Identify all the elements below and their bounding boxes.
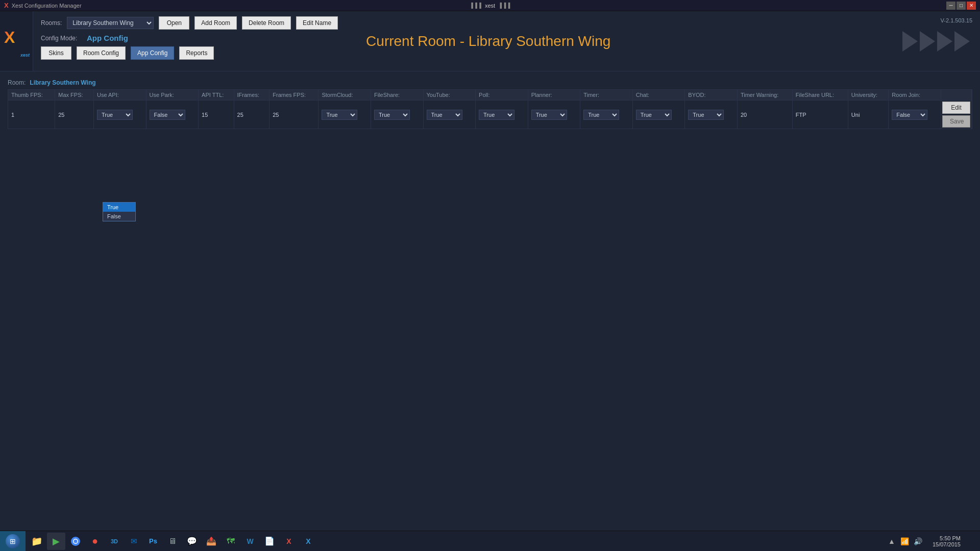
edit-name-button[interactable]: Edit Name <box>296 16 338 30</box>
tray-icon-1[interactable]: ▲ <box>887 536 897 546</box>
td-university: Uni <box>848 101 889 129</box>
taskbar-media[interactable]: ▶ <box>47 533 65 550</box>
skins-button[interactable]: Skins <box>41 46 71 60</box>
title-area: Current Room - Library Southern Wing <box>346 11 980 71</box>
current-room-title: Current Room - Library Southern Wing <box>366 33 610 49</box>
use-api-select[interactable]: True False <box>97 110 133 120</box>
windows-orb: ⊞ <box>6 534 20 548</box>
th-poll: Poll: <box>476 90 528 101</box>
config-mode-value: App Config <box>87 34 128 42</box>
open-button[interactable]: Open <box>159 16 189 30</box>
td-byod[interactable]: TrueFalse <box>685 101 738 129</box>
grip-left: ▐▐▐ <box>470 3 482 8</box>
triangle-4 <box>954 31 970 52</box>
th-fileshare: FileShare: <box>371 90 423 101</box>
save-button[interactable]: Save <box>942 115 970 128</box>
dropdown-option-true[interactable]: True <box>103 203 135 212</box>
youtube-select[interactable]: TrueFalse <box>427 110 462 120</box>
table-header-row: Thumb FPS: Max FPS: Use API: Use Park: A… <box>8 90 972 101</box>
td-youtube[interactable]: TrueFalse <box>423 101 476 129</box>
td-poll[interactable]: TrueFalse <box>476 101 528 129</box>
room-config-button[interactable]: Room Config <box>77 46 126 60</box>
taskbar-red-app[interactable]: ● <box>86 533 104 550</box>
td-timer[interactable]: TrueFalse <box>580 101 633 129</box>
taskbar-explorer[interactable]: 📁 <box>28 533 46 550</box>
byod-select[interactable]: TrueFalse <box>688 110 724 120</box>
fileshare-select[interactable]: TrueFalse <box>374 110 410 120</box>
td-action-buttons: Edit Save <box>941 101 972 129</box>
th-actions <box>941 90 972 101</box>
th-thumb-fps: Thumb FPS: <box>8 90 55 101</box>
th-timer-warning: Timer Warning: <box>737 90 792 101</box>
td-use-park[interactable]: False True <box>146 101 199 129</box>
config-mode-label: Config Mode: <box>41 35 82 42</box>
td-planner[interactable]: TrueFalse <box>528 101 580 129</box>
th-byod: BYOD: <box>685 90 738 101</box>
td-timer-warning: 20 <box>737 101 792 129</box>
taskbar-xest2[interactable]: X <box>299 533 317 550</box>
logo-xest-label: xest <box>20 53 30 58</box>
xest-logo: X xest <box>4 29 29 54</box>
taskbar-acrobat[interactable]: 📄 <box>260 533 279 550</box>
taskbar-xest1[interactable]: X <box>280 533 298 550</box>
decorative-triangles <box>902 31 970 52</box>
td-use-api[interactable]: True False <box>93 101 146 129</box>
poll-select[interactable]: TrueFalse <box>479 110 514 120</box>
td-room-join[interactable]: FalseTrue <box>889 101 941 129</box>
taskbar-skype[interactable]: 💬 <box>183 533 201 550</box>
minimize-button[interactable]: ─ <box>946 2 955 10</box>
logo-x-letter: X <box>4 29 29 45</box>
td-api-ttl: 15 <box>199 101 234 129</box>
th-iframes: IFrames: <box>234 90 270 101</box>
add-room-button[interactable]: Add Room <box>194 16 237 30</box>
window-controls: ─ □ ✕ <box>946 2 976 10</box>
tray-network[interactable]: 📶 <box>900 536 910 546</box>
main-content: Room: Library Southern Wing Thumb FPS: M… <box>0 71 980 531</box>
show-desktop-button[interactable] <box>965 531 980 552</box>
title-bar: X Xest Configuration Manager ▐▐▐ xest ▐▐… <box>0 0 980 11</box>
clock-area[interactable]: 5:50 PM 15/07/2015 <box>928 535 965 547</box>
taskbar-photoshop[interactable]: Ps <box>144 533 162 550</box>
taskbar-maps[interactable]: 🗺 <box>222 533 240 550</box>
grip-right: ▐▐▐ <box>498 3 510 8</box>
dropdown-option-false[interactable]: False <box>103 212 135 221</box>
taskbar-monitor[interactable]: 🖥 <box>163 533 182 550</box>
th-frames-fps: Frames FPS: <box>270 90 318 101</box>
taskbar-filezilla[interactable]: 📤 <box>202 533 220 550</box>
data-table-wrapper: Thumb FPS: Max FPS: Use API: Use Park: A… <box>8 89 972 129</box>
rooms-label: Rooms: <box>41 19 62 27</box>
taskbar-items: 📁 ▶ ● 3D ✉ Ps 🖥 💬 📤 🗺 W 📄 X X <box>26 533 881 550</box>
maximize-button[interactable]: □ <box>957 2 966 10</box>
use-park-select[interactable]: False True <box>150 110 185 120</box>
timer-select[interactable]: TrueFalse <box>583 110 619 120</box>
td-fileshare[interactable]: TrueFalse <box>371 101 423 129</box>
th-max-fps: Max FPS: <box>55 90 94 101</box>
td-fileshare-url: FTP <box>792 101 848 129</box>
td-chat[interactable]: TrueFalse <box>632 101 685 129</box>
chat-select[interactable]: TrueFalse <box>636 110 672 120</box>
version-label: V-2.1.503.15 <box>941 17 972 23</box>
use-api-dropdown: True False <box>103 202 136 221</box>
close-button[interactable]: ✕ <box>967 2 976 10</box>
reports-button[interactable]: Reports <box>179 46 214 60</box>
planner-select[interactable]: TrueFalse <box>531 110 567 120</box>
stormcloud-select[interactable]: TrueFalse <box>322 110 357 120</box>
room-select[interactable]: Library Southern Wing <box>67 17 154 29</box>
th-planner: Planner: <box>528 90 580 101</box>
taskbar-chrome[interactable] <box>66 533 85 550</box>
taskbar-3d[interactable]: 3D <box>105 533 124 550</box>
svg-point-2 <box>74 539 78 543</box>
start-button[interactable]: ⊞ <box>0 531 26 552</box>
taskbar-word[interactable]: W <box>241 533 259 550</box>
edit-button[interactable]: Edit <box>942 102 970 114</box>
title-center: ▐▐▐ xest ▐▐▐ <box>470 3 511 9</box>
th-youtube: YouTube: <box>423 90 476 101</box>
delete-room-button[interactable]: Delete Room <box>242 16 291 30</box>
tray-volume[interactable]: 🔊 <box>913 536 923 546</box>
taskbar-outlook[interactable]: ✉ <box>125 533 143 550</box>
td-stormcloud[interactable]: TrueFalse <box>318 101 371 129</box>
app-config-button[interactable]: App Config <box>131 46 174 60</box>
xest-small-logo: X <box>4 2 9 9</box>
room-join-select[interactable]: FalseTrue <box>892 110 927 120</box>
th-chat: Chat: <box>632 90 685 101</box>
